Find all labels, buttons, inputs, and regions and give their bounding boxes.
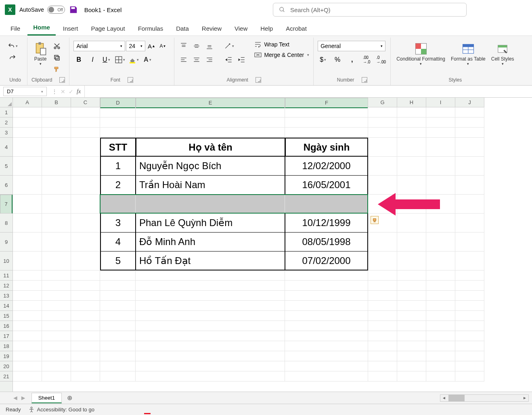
cell[interactable] <box>397 371 426 381</box>
cell[interactable]: STT <box>100 138 136 157</box>
cell[interactable] <box>455 138 484 157</box>
cell[interactable] <box>368 195 397 214</box>
cell[interactable] <box>397 138 426 157</box>
cell[interactable] <box>455 233 484 252</box>
cell[interactable] <box>397 117 426 128</box>
row-header[interactable]: 4 <box>0 138 13 157</box>
cell[interactable] <box>100 311 136 321</box>
cell[interactable] <box>13 281 42 291</box>
column-header[interactable]: G <box>368 98 397 107</box>
cell[interactable] <box>100 281 136 291</box>
cell[interactable] <box>71 351 100 361</box>
cell[interactable] <box>13 270 42 281</box>
column-header[interactable]: C <box>71 98 100 107</box>
cell[interactable] <box>368 341 397 351</box>
cell[interactable] <box>368 361 397 371</box>
fx-icon[interactable]: fx <box>75 88 82 95</box>
cell[interactable] <box>368 233 397 252</box>
name-box[interactable]: D7▾ <box>3 87 47 96</box>
wrap-text-button[interactable]: Wrap Text <box>254 41 309 48</box>
cell[interactable]: 08/05/1998 <box>285 233 368 252</box>
redo-button[interactable] <box>7 52 18 63</box>
cell[interactable]: 3 <box>100 214 136 233</box>
cell[interactable] <box>426 117 455 128</box>
cell[interactable] <box>13 331 42 341</box>
cell[interactable] <box>136 107 285 117</box>
cancel-formula-icon[interactable]: ✕ <box>59 88 67 95</box>
spreadsheet-grid[interactable]: ABCDEFGHIJ 12345678910111213141516171819… <box>0 98 532 392</box>
cell[interactable] <box>42 321 71 331</box>
clipboard-launcher[interactable] <box>59 77 65 83</box>
row-header[interactable]: 20 <box>0 361 13 371</box>
cell[interactable]: Hồ Tấn Đạt <box>136 252 285 270</box>
cell[interactable] <box>136 341 285 351</box>
cell[interactable] <box>368 270 397 281</box>
cell[interactable] <box>368 176 397 195</box>
cell[interactable]: 12/02/2000 <box>285 157 368 176</box>
cell[interactable] <box>13 107 42 117</box>
cell[interactable] <box>42 270 71 281</box>
cell[interactable] <box>100 351 136 361</box>
insert-options-smarttag[interactable] <box>371 216 379 224</box>
cell[interactable] <box>71 311 100 321</box>
cell[interactable] <box>368 351 397 361</box>
cell[interactable] <box>71 331 100 341</box>
cell[interactable] <box>136 117 285 128</box>
align-middle-button[interactable] <box>191 41 202 51</box>
cell[interactable] <box>42 301 71 311</box>
autosave-toggle[interactable]: AutoSave Off <box>19 6 65 14</box>
cell[interactable] <box>13 351 42 361</box>
row-header[interactable]: 5 <box>0 157 13 176</box>
cell[interactable] <box>71 341 100 351</box>
cell[interactable] <box>136 321 285 331</box>
cell[interactable] <box>285 117 368 128</box>
cell[interactable] <box>426 138 455 157</box>
column-header[interactable]: H <box>397 98 426 107</box>
cell[interactable] <box>42 331 71 341</box>
cell[interactable] <box>136 351 285 361</box>
increase-font-button[interactable]: A▲ <box>146 41 157 51</box>
row-header[interactable]: 3 <box>0 128 13 138</box>
column-header[interactable]: A <box>13 98 42 107</box>
format-painter-button[interactable] <box>52 64 62 75</box>
row-header[interactable]: 18 <box>0 341 13 351</box>
italic-button[interactable]: I <box>87 54 98 65</box>
cell[interactable] <box>13 301 42 311</box>
row-header[interactable]: 14 <box>0 301 13 311</box>
cell[interactable] <box>71 157 100 176</box>
cell[interactable] <box>455 270 484 281</box>
cell[interactable] <box>397 252 426 270</box>
cell[interactable] <box>397 233 426 252</box>
cell[interactable] <box>42 311 71 321</box>
cell[interactable] <box>455 195 484 214</box>
font-name-select[interactable]: Arial▾ <box>73 41 125 51</box>
column-header[interactable]: F <box>285 98 368 108</box>
cell[interactable] <box>42 157 71 176</box>
accounting-format-button[interactable]: $ <box>318 54 328 65</box>
cell[interactable] <box>426 107 455 117</box>
cell[interactable] <box>136 361 285 371</box>
cell[interactable] <box>455 351 484 361</box>
cell[interactable] <box>100 301 136 311</box>
cell[interactable] <box>100 107 136 117</box>
row-header[interactable]: 15 <box>0 311 13 321</box>
conditional-formatting-button[interactable]: Conditional Formatting▾ <box>395 41 447 67</box>
cell[interactable] <box>100 341 136 351</box>
cell[interactable] <box>100 128 136 138</box>
cell[interactable] <box>368 331 397 341</box>
tab-help[interactable]: Help <box>255 22 279 36</box>
cell[interactable] <box>42 138 71 157</box>
cell[interactable] <box>42 281 71 291</box>
cell[interactable] <box>71 107 100 117</box>
column-headers[interactable]: ABCDEFGHIJ <box>13 98 484 107</box>
bold-button[interactable]: B <box>73 54 84 65</box>
cell[interactable] <box>455 311 484 321</box>
cell[interactable]: 4 <box>100 233 136 252</box>
cell[interactable] <box>368 281 397 291</box>
select-all-corner[interactable] <box>0 98 13 107</box>
cell[interactable] <box>397 321 426 331</box>
tab-page-layout[interactable]: Page Layout <box>85 22 130 36</box>
cell[interactable] <box>397 107 426 117</box>
cell[interactable] <box>426 331 455 341</box>
cell[interactable]: 2 <box>100 176 136 195</box>
